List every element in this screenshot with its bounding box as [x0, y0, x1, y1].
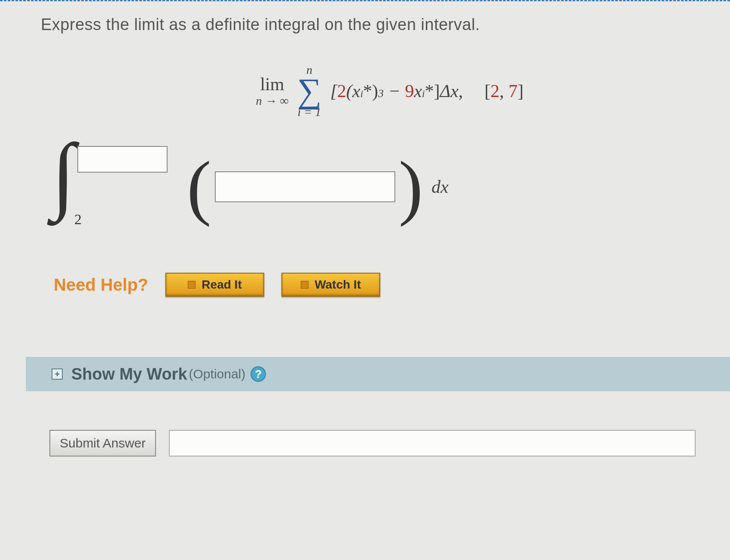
show-my-work-optional: (Optional) [189, 367, 246, 381]
show-my-work-title: Show My Work [71, 365, 187, 383]
question-text: Express the limit as a definite integral… [41, 15, 704, 34]
watch-it-button[interactable]: Watch It [281, 273, 380, 297]
dx-label: dx [431, 177, 449, 197]
question-container: Express the limit as a definite integral… [0, 3, 730, 457]
help-row: Need Help? Read It Watch It [54, 273, 704, 297]
integral-sign: ∫ [52, 135, 75, 213]
read-it-label: Read It [202, 278, 241, 292]
right-paren: ) [399, 156, 423, 218]
need-help-label: Need Help? [54, 275, 148, 295]
integrand-input[interactable] [215, 171, 395, 202]
math-expression: lim n → ∞ n ∑ i = 1 [2(xi*)3 − 9xi*]Δx, … [75, 64, 704, 118]
integral-lower-limit: 2 [74, 211, 82, 228]
read-it-icon [188, 281, 195, 289]
answer-text-field[interactable] [169, 430, 696, 457]
integral-answer-row: ∫ 2 ( ) dx [54, 144, 704, 230]
limit-label: lim [260, 75, 284, 93]
limit-block: lim n → ∞ [256, 75, 288, 107]
left-paren: ( [187, 156, 211, 218]
show-my-work-bar[interactable]: + Show My Work (Optional) ? [26, 357, 730, 391]
sigma-symbol: ∑ [297, 77, 321, 104]
summand-expression: [2(xi*)3 − 9xi*]Δx, [2, 7] [330, 81, 523, 101]
coef-two: 2 [337, 81, 346, 101]
sigma-block: n ∑ i = 1 [297, 64, 321, 118]
submit-row: Submit Answer [49, 430, 704, 457]
submit-answer-button[interactable]: Submit Answer [49, 430, 156, 457]
upper-limit-input[interactable] [77, 146, 168, 173]
expand-icon[interactable]: + [52, 368, 63, 380]
read-it-button[interactable]: Read It [165, 273, 264, 297]
coef-nine: 9 [405, 81, 414, 101]
limit-subscript: n → ∞ [256, 95, 288, 107]
help-question-icon[interactable]: ? [250, 366, 266, 382]
interval: [2, 7] [485, 81, 524, 101]
watch-it-icon [301, 281, 308, 289]
watch-it-label: Watch It [315, 278, 361, 292]
exponent-three: 3 [378, 87, 384, 100]
integral-sign-block: ∫ 2 [54, 144, 88, 230]
sigma-lower: i = 1 [298, 106, 321, 118]
